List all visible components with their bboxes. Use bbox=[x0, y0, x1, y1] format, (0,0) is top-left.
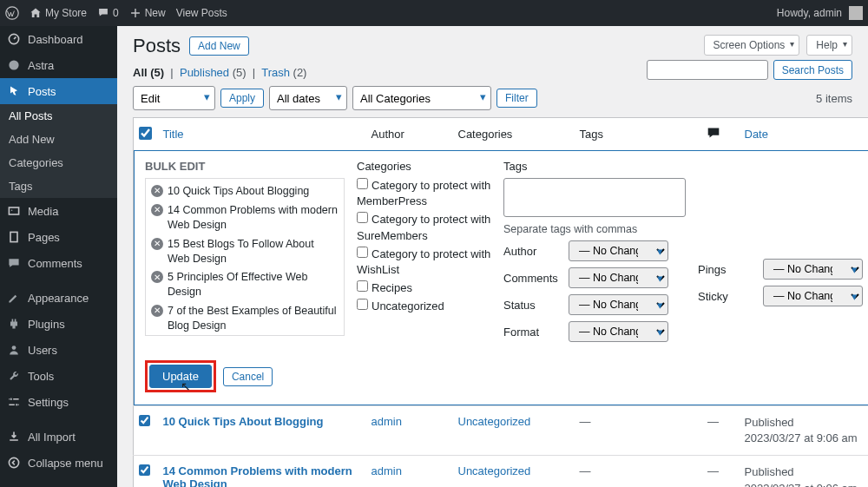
author-select[interactable]: — No Change — bbox=[569, 240, 668, 261]
tags-label: Tags bbox=[503, 160, 686, 173]
menu-dashboard[interactable]: Dashboard bbox=[0, 26, 117, 52]
posts-submenu: All Posts Add New Categories Tags bbox=[0, 104, 117, 198]
tags-textarea[interactable] bbox=[503, 178, 686, 217]
category-link[interactable]: Uncategorized bbox=[458, 415, 531, 428]
remove-icon[interactable]: ✕ bbox=[151, 204, 163, 216]
bulk-titles-list: ✕10 Quick Tips About Blogging ✕14 Common… bbox=[145, 178, 345, 336]
date-value: 2023/03/27 at 9:06 am bbox=[745, 431, 858, 444]
date-value: 2023/03/27 at 9:06 am bbox=[745, 482, 858, 487]
author-label: Author bbox=[503, 245, 560, 258]
remove-icon[interactable]: ✕ bbox=[151, 238, 163, 250]
update-highlight: Update ↖ bbox=[145, 360, 216, 392]
pings-label: Pings bbox=[698, 263, 754, 276]
select-all-checkbox[interactable] bbox=[139, 127, 152, 140]
submenu-all-posts[interactable]: All Posts bbox=[0, 104, 117, 128]
table-row: 14 Common Problems with modern Web Desig… bbox=[134, 456, 869, 487]
svg-point-4 bbox=[11, 209, 13, 211]
filter-button[interactable]: Filter bbox=[496, 89, 537, 108]
comments-link[interactable]: 0 bbox=[97, 7, 119, 19]
format-select[interactable]: — No Change — bbox=[569, 321, 668, 342]
cat-item[interactable]: Category to protect with WishList bbox=[357, 247, 491, 278]
col-date[interactable]: Date bbox=[745, 128, 768, 141]
menu-settings[interactable]: Settings bbox=[0, 389, 117, 415]
date-status: Published bbox=[745, 465, 794, 478]
new-link[interactable]: New bbox=[129, 7, 166, 19]
add-new-button[interactable]: Add New bbox=[189, 36, 249, 56]
menu-comments[interactable]: Comments bbox=[0, 250, 117, 276]
pings-select[interactable]: — No Change — bbox=[763, 259, 863, 280]
row-checkbox[interactable] bbox=[139, 464, 150, 476]
categories-label: Categories bbox=[357, 160, 491, 173]
cancel-button[interactable]: Cancel bbox=[223, 367, 273, 386]
search-posts-button[interactable]: Search Posts bbox=[773, 60, 852, 80]
screen-options-button[interactable]: Screen Options bbox=[704, 35, 800, 56]
svg-point-8 bbox=[16, 404, 17, 405]
submenu-categories[interactable]: Categories bbox=[0, 151, 117, 174]
site-home[interactable]: My Store bbox=[30, 7, 87, 19]
submenu-tags[interactable]: Tags bbox=[0, 174, 117, 198]
bulk-action-select[interactable]: Edit bbox=[133, 86, 215, 110]
cursor-icon: ↖ bbox=[181, 379, 191, 393]
posts-table: Title Author Categories Tags Date BULK E… bbox=[133, 117, 868, 487]
menu-collapse[interactable]: Collapse menu bbox=[0, 450, 117, 476]
menu-media[interactable]: Media bbox=[0, 198, 117, 224]
col-categories: Categories bbox=[453, 118, 575, 151]
view-posts-link[interactable]: View Posts bbox=[176, 7, 227, 19]
cat-item[interactable]: Category to protect with SureMembers bbox=[357, 212, 491, 243]
bulk-title-item: ✕5 Principles Of Effective Web Design bbox=[151, 270, 339, 299]
help-button[interactable]: Help bbox=[806, 35, 852, 56]
comments-select[interactable]: — No Change — bbox=[569, 267, 668, 288]
search-input[interactable] bbox=[647, 60, 768, 80]
svg-point-2 bbox=[9, 60, 18, 69]
view-all[interactable]: All (5) bbox=[133, 66, 164, 79]
status-select[interactable]: — No Change — bbox=[569, 294, 668, 315]
author-link[interactable]: admin bbox=[372, 464, 402, 477]
menu-tools[interactable]: Tools bbox=[0, 363, 117, 389]
view-trash[interactable]: Trash (2) bbox=[261, 66, 306, 79]
menu-astra[interactable]: Astra bbox=[0, 52, 117, 78]
date-filter-select[interactable]: All dates bbox=[269, 86, 347, 110]
col-title[interactable]: Title bbox=[163, 128, 184, 141]
cat-item[interactable]: Uncategorized bbox=[357, 299, 491, 314]
cat-item[interactable]: Category to protect with MemberPress bbox=[357, 178, 491, 209]
admin-bar: My Store 0 New View Posts Howdy, admin bbox=[0, 0, 868, 26]
tags-value: — bbox=[580, 415, 591, 428]
avatar[interactable] bbox=[849, 6, 863, 20]
author-link[interactable]: admin bbox=[372, 415, 402, 428]
menu-pages[interactable]: Pages bbox=[0, 224, 117, 250]
site-name: My Store bbox=[45, 7, 87, 19]
bulk-edit-label: BULK EDIT bbox=[145, 160, 345, 173]
post-title-link[interactable]: 14 Common Problems with modern Web Desig… bbox=[163, 464, 352, 487]
col-author: Author bbox=[366, 118, 453, 151]
svg-rect-5 bbox=[10, 232, 17, 241]
comment-icon bbox=[706, 125, 721, 141]
apply-button[interactable]: Apply bbox=[220, 89, 264, 108]
category-filter-select[interactable]: All Categories bbox=[352, 86, 491, 110]
row-checkbox[interactable] bbox=[139, 415, 150, 426]
post-title-link[interactable]: 10 Quick Tips About Blogging bbox=[163, 415, 324, 428]
sticky-label: Sticky bbox=[698, 290, 754, 303]
remove-icon[interactable]: ✕ bbox=[151, 305, 163, 317]
submenu-add-new[interactable]: Add New bbox=[0, 128, 117, 151]
comments-value: — bbox=[707, 464, 719, 477]
view-published[interactable]: Published (5) bbox=[180, 66, 247, 79]
remove-icon[interactable]: ✕ bbox=[151, 185, 163, 197]
sticky-select[interactable]: — No Change — bbox=[763, 286, 863, 306]
menu-appearance[interactable]: Appearance bbox=[0, 285, 117, 311]
format-label: Format bbox=[503, 326, 560, 339]
cat-item[interactable]: Recipes bbox=[357, 280, 491, 296]
comments-value: — bbox=[707, 415, 719, 428]
menu-all-import[interactable]: All Import bbox=[0, 424, 117, 450]
howdy-text[interactable]: Howdy, admin bbox=[777, 7, 842, 19]
main-content: Screen Options Help Posts Add New All (5… bbox=[117, 26, 868, 487]
page-title: Posts bbox=[133, 35, 181, 57]
categories-checklist: Category to protect with MemberPress Cat… bbox=[357, 178, 491, 315]
category-link[interactable]: Uncategorized bbox=[458, 464, 531, 477]
tags-hint: Separate tags with commas bbox=[503, 223, 686, 235]
menu-users[interactable]: Users bbox=[0, 337, 117, 363]
svg-rect-3 bbox=[9, 207, 18, 214]
menu-plugins[interactable]: Plugins bbox=[0, 311, 117, 337]
remove-icon[interactable]: ✕ bbox=[151, 271, 163, 283]
wp-logo[interactable] bbox=[5, 6, 19, 20]
menu-posts[interactable]: Posts bbox=[0, 78, 117, 104]
